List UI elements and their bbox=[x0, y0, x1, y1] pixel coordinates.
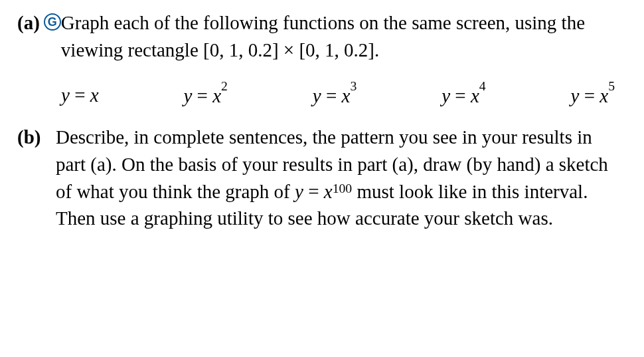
part-a: (a) G Graph each of the following functi… bbox=[17, 9, 627, 63]
part-b-text: Describe, in complete sentences, the pat… bbox=[56, 124, 627, 231]
equation-5: y = x5 bbox=[571, 82, 615, 109]
part-b-label: (b) bbox=[17, 124, 40, 151]
equation-1: y = x bbox=[61, 82, 99, 109]
part-b: (b) Describe, in complete sentences, the… bbox=[17, 124, 627, 231]
part-a-label-block: (a) G bbox=[17, 9, 61, 63]
equation-3: y = x3 bbox=[313, 82, 357, 109]
graphing-utility-icon: G bbox=[44, 13, 61, 31]
part-b-label-block: (b) bbox=[17, 124, 56, 231]
equation-4: y = x4 bbox=[442, 82, 485, 109]
equation-row: y = x y = x2 y = x3 y = x4 y = x5 bbox=[17, 70, 627, 124]
part-a-text: Graph each of the following functions on… bbox=[61, 9, 627, 63]
part-a-label: (a) bbox=[17, 9, 40, 37]
equation-2: y = x2 bbox=[183, 82, 227, 109]
